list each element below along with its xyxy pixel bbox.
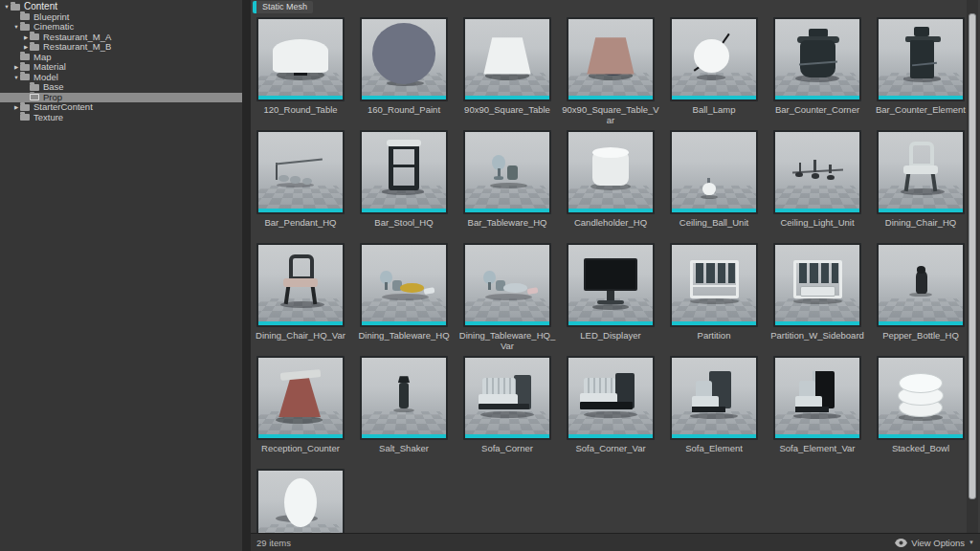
asset-thumbnail [568, 132, 653, 209]
asset-cell: Bar_Tableware_HQ [463, 130, 551, 243]
asset-tile[interactable] [463, 356, 551, 440]
asset-thumbnail [362, 358, 446, 434]
asset-tile[interactable] [463, 17, 551, 101]
thumb-shape [273, 39, 328, 73]
expanded-arrow-icon[interactable]: ▼ [3, 2, 11, 12]
asset-type-color-bar [568, 321, 653, 325]
asset-tile[interactable] [773, 243, 861, 327]
asset-tile[interactable] [773, 356, 861, 440]
expanded-arrow-icon[interactable]: ▼ [12, 22, 20, 33]
thumb-shape [278, 175, 289, 182]
asset-tile[interactable] [670, 243, 758, 327]
sidebar-item-texture[interactable]: Texture [0, 113, 242, 123]
asset-tile[interactable] [773, 17, 861, 101]
asset-tile[interactable] [256, 356, 345, 440]
asset-type-color-bar [258, 434, 343, 438]
asset-tile[interactable] [567, 17, 655, 101]
thumb-shape [597, 300, 624, 303]
asset-thumbnail [258, 358, 343, 434]
asset-type-color-bar [879, 434, 963, 438]
sidebar-item-base[interactable]: Base [0, 82, 242, 93]
asset-tile[interactable] [567, 243, 655, 327]
asset-cell: Bar_Pendant_HQ [256, 130, 345, 243]
sidebar-item-restaurant_m_b[interactable]: ▶Restaurant_M_B [0, 42, 242, 53]
asset-tile[interactable] [670, 17, 758, 101]
asset-cell: Dining_Tableware_HQ [360, 243, 448, 356]
folder-icon [20, 104, 30, 111]
asset-tile[interactable] [360, 17, 448, 101]
sidebar-item-cinematic[interactable]: ▼Cinematic [0, 22, 242, 33]
filter-label: Static Mesh [256, 1, 313, 13]
asset-name: Salt_Shaker [354, 443, 454, 453]
thumb-shape [385, 282, 388, 290]
asset-tile[interactable] [877, 130, 965, 214]
view-options-button[interactable]: View Options ▼ [895, 538, 974, 548]
asset-tile[interactable] [256, 17, 345, 101]
sidebar-divider[interactable] [242, 0, 251, 551]
expanded-arrow-icon[interactable]: ▼ [12, 73, 20, 83]
folder-label: StarterContent [33, 102, 93, 113]
asset-tile[interactable] [877, 243, 965, 327]
asset-tile[interactable] [877, 17, 965, 101]
thumb-shape [387, 140, 420, 146]
thumb-shape [289, 254, 314, 280]
asset-cell: 120_Round_Table [256, 17, 345, 130]
thumb-shape [485, 294, 532, 300]
folder-icon [20, 74, 30, 80]
asset-tile[interactable] [360, 243, 448, 327]
collapsed-arrow-icon[interactable]: ▶ [22, 33, 30, 43]
asset-type-color-bar [362, 209, 446, 212]
thumb-shape [607, 291, 613, 300]
sidebar-item-startercontent[interactable]: ▶StarterContent [0, 102, 242, 113]
collapsed-arrow-icon[interactable]: ▶ [12, 62, 20, 73]
folder-label: Restaurant_M_B [43, 42, 111, 53]
asset-name: Bar_Pendant_HQ [251, 217, 350, 228]
asset-name: 120_Round_Table [251, 104, 350, 115]
asset-type-color-bar [258, 209, 343, 212]
sidebar-item-model[interactable]: ▼Model [0, 73, 242, 83]
item-count: 29 items [256, 538, 291, 548]
collapsed-arrow-icon[interactable]: ▶ [12, 102, 20, 113]
asset-tile[interactable] [670, 130, 758, 214]
thumb-shape [694, 39, 729, 73]
asset-name: 90x90_Square_Table [457, 104, 557, 115]
thumb-shape [479, 404, 529, 409]
asset-cell: Dining_Chair_HQ [877, 130, 965, 243]
asset-tile[interactable] [256, 243, 345, 327]
asset-cell: Salt_Shaker [360, 356, 448, 469]
asset-type-color-bar [362, 321, 446, 325]
collapsed-arrow-icon[interactable]: ▶ [22, 42, 30, 53]
asset-tile[interactable] [670, 356, 758, 440]
scrollbar-track[interactable] [967, 0, 978, 533]
thumb-shape [278, 378, 321, 418]
asset-name: Sofa_Corner_Var [561, 443, 660, 453]
thumb-shape [580, 402, 633, 408]
asset-tile[interactable] [567, 130, 655, 214]
sidebar-item-content[interactable]: ▼Content [0, 2, 242, 12]
thumb-shape [696, 263, 704, 283]
asset-name: Bar_Tableware_HQ [457, 217, 557, 228]
asset-thumbnail [568, 245, 653, 321]
asset-thumbnail [672, 132, 756, 209]
asset-type-color-bar [879, 321, 963, 325]
folder-icon [20, 13, 30, 20]
asset-tile[interactable] [360, 130, 448, 214]
thumb-shape [480, 411, 534, 418]
asset-thumbnail [672, 19, 756, 96]
filter-chip-static-mesh[interactable]: Static Mesh [253, 1, 313, 13]
asset-tile[interactable] [463, 130, 551, 214]
asset-tile[interactable] [463, 243, 551, 327]
sidebar-item-restaurant_m_a[interactable]: ▶Restaurant_M_A [0, 33, 242, 43]
thumb-shape [283, 278, 317, 287]
asset-tile[interactable] [877, 356, 965, 440]
folder-label: Content [24, 2, 57, 12]
asset-name: Dining_Chair_HQ_Var [251, 330, 350, 341]
asset-tile[interactable] [360, 356, 448, 440]
scrollbar-thumb[interactable] [969, 13, 976, 499]
folder-icon [30, 33, 39, 40]
sidebar-item-material[interactable]: ▶Material [0, 62, 242, 73]
thumb-shape [702, 183, 716, 195]
asset-tile[interactable] [256, 130, 345, 214]
asset-tile[interactable] [773, 130, 861, 214]
asset-tile[interactable] [567, 356, 655, 440]
